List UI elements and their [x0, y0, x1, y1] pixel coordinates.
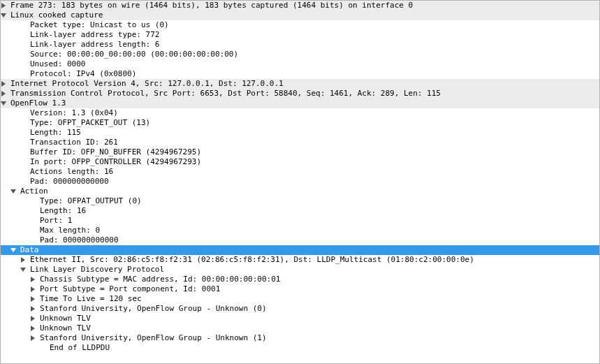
tree-row[interactable]: ...Time To Live = 120 sec [1, 294, 599, 304]
tree-row-label: OpenFlow 1.3 [10, 99, 599, 108]
tree-row-label: Ethernet II, Src: 02:86:c5:f8:f2:31 (02:… [30, 255, 599, 265]
tree-row-label: Length: 16 [40, 206, 599, 216]
tree-row[interactable]: Frame 273: 183 bytes on wire (1464 bits)… [1, 1, 599, 10]
svg-marker-3 [1, 91, 6, 96]
svg-marker-0 [1, 3, 6, 8]
tree-row-label: Link-layer address type: 772 [30, 30, 599, 40]
tree-row[interactable]: ...Link-layer address length: 6 [1, 40, 599, 50]
tree-row[interactable]: .Data [1, 245, 599, 255]
svg-marker-10 [31, 286, 35, 292]
tree-row[interactable]: ....Pad: 000000000000 [1, 235, 599, 245]
collapse-down-icon[interactable] [1, 13, 10, 18]
tree-row-label: Port: 1 [40, 216, 599, 226]
tree-row[interactable]: OpenFlow 1.3 [1, 99, 599, 108]
tree-row-label: Stanford University, OpenFlow Group - Un… [40, 304, 599, 314]
tree-row[interactable]: ...Pad: 000000000000 [1, 177, 599, 187]
expand-right-icon[interactable] [20, 257, 30, 263]
collapse-down-icon[interactable] [10, 247, 20, 253]
tree-row[interactable]: ....Length: 16 [1, 206, 599, 216]
svg-marker-8 [20, 268, 26, 272]
svg-marker-9 [31, 277, 35, 282]
collapse-down-icon[interactable] [20, 267, 30, 272]
tree-row[interactable]: ....Port: 1 [1, 216, 599, 226]
tree-row-label: Action [20, 187, 599, 196]
tree-row[interactable]: ...Unknown TLV [1, 314, 599, 323]
tree-row-label: Time To Live = 120 sec [40, 294, 599, 304]
collapse-down-icon[interactable] [10, 189, 20, 194]
tree-row-label: Type: OFPAT_OUTPUT (0) [40, 196, 599, 206]
svg-marker-14 [31, 326, 35, 331]
tree-row-label: Protocol: IPv4 (0x0800) [30, 69, 599, 79]
tree-row[interactable]: ...Version: 1.3 (0x04) [1, 108, 599, 118]
tree-row-label: In port: OFPP_CONTROLLER (4294967293) [30, 157, 599, 167]
tree-row[interactable]: ....Type: OFPAT_OUTPUT (0) [1, 196, 599, 206]
tree-row[interactable]: ..Ethernet II, Src: 02:86:c5:f8:f2:31 (0… [1, 255, 599, 265]
svg-marker-15 [31, 335, 35, 341]
tree-row-label: Max length: 0 [40, 226, 599, 235]
tree-row-label: Transmission Control Protocol, Src Port:… [10, 89, 599, 99]
tree-row[interactable]: ...Unknown TLV [1, 323, 599, 333]
tree-row[interactable]: ..Link Layer Discovery Protocol [1, 265, 599, 275]
tree-row-label: Transaction ID: 261 [30, 138, 599, 147]
tree-row-label: Internet Protocol Version 4, Src: 127.0.… [10, 79, 599, 89]
expand-right-icon[interactable] [1, 91, 10, 96]
svg-marker-2 [1, 81, 6, 87]
tree-row-label: Packet type: Unicast to us (0) [30, 20, 599, 30]
tree-row[interactable]: ...Stanford University, OpenFlow Group -… [1, 333, 599, 343]
svg-marker-13 [31, 316, 35, 321]
tree-row-label: End of LLDPDU [50, 343, 599, 353]
collapse-down-icon[interactable] [1, 101, 10, 106]
tree-row-label: Type: OFPT_PACKET_OUT (13) [30, 118, 599, 128]
expand-right-icon[interactable] [30, 277, 40, 282]
tree-row-label: Stanford University, OpenFlow Group - Un… [40, 333, 599, 343]
tree-row[interactable]: ...Actions length: 16 [1, 167, 599, 177]
tree-row-label: Actions length: 16 [30, 167, 599, 177]
expand-right-icon[interactable] [1, 81, 10, 87]
tree-row-label: Unknown TLV [40, 314, 599, 323]
tree-row-label: Pad: 000000000000 [40, 235, 599, 245]
tree-row[interactable]: .....End of LLDPDU [1, 343, 599, 353]
tree-row[interactable]: ...Packet type: Unicast to us (0) [1, 20, 599, 30]
packet-details-pane[interactable]: Frame 273: 183 bytes on wire (1464 bits)… [0, 0, 600, 364]
svg-marker-12 [31, 306, 35, 312]
tree-row[interactable]: ...Source: 00:00:00_00:00:00 (00:00:00:0… [1, 50, 599, 59]
expand-right-icon[interactable] [30, 316, 40, 321]
expand-right-icon[interactable] [1, 3, 10, 8]
tree-row[interactable]: ...Unused: 0000 [1, 59, 599, 69]
tree-row-label: Buffer ID: OFP_NO_BUFFER (4294967295) [30, 147, 599, 157]
expand-right-icon[interactable] [30, 296, 40, 302]
expand-right-icon[interactable] [30, 286, 40, 292]
tree-row-label: Link Layer Discovery Protocol [30, 265, 599, 275]
tree-row[interactable]: Transmission Control Protocol, Src Port:… [1, 89, 599, 99]
svg-marker-11 [31, 296, 35, 302]
tree-row[interactable]: ...Buffer ID: OFP_NO_BUFFER (4294967295) [1, 147, 599, 157]
expand-right-icon[interactable] [30, 326, 40, 331]
tree-row[interactable]: Internet Protocol Version 4, Src: 127.0.… [1, 79, 599, 89]
svg-marker-7 [21, 257, 25, 263]
tree-row[interactable]: ...Port Subtype = Port component, Id: 00… [1, 284, 599, 294]
tree-row[interactable]: ...Type: OFPT_PACKET_OUT (13) [1, 118, 599, 128]
svg-marker-5 [10, 189, 16, 194]
tree-row[interactable]: ...In port: OFPP_CONTROLLER (4294967293) [1, 157, 599, 167]
tree-row[interactable]: ....Max length: 0 [1, 226, 599, 235]
tree-row[interactable]: ...Transaction ID: 261 [1, 138, 599, 147]
tree-row-label: Source: 00:00:00_00:00:00 (00:00:00:00:0… [30, 50, 599, 59]
tree-row-label: Linux cooked capture [10, 10, 599, 20]
expand-right-icon[interactable] [30, 306, 40, 312]
tree-row-label: Unknown TLV [40, 323, 599, 333]
svg-marker-1 [1, 13, 6, 17]
tree-row[interactable]: Linux cooked capture [1, 10, 599, 20]
tree-row-label: Port Subtype = Port component, Id: 0001 [40, 284, 599, 294]
tree-row-label: Version: 1.3 (0x04) [30, 108, 599, 118]
tree-row-label: Pad: 000000000000 [30, 177, 599, 187]
tree-row[interactable]: ...Protocol: IPv4 (0x0800) [1, 69, 599, 79]
tree-row[interactable]: ...Chassis Subtype = MAC address, Id: 00… [1, 275, 599, 284]
tree-row[interactable]: ...Length: 115 [1, 128, 599, 138]
tree-row-label: Data [20, 245, 599, 255]
tree-row-label: Unused: 0000 [30, 59, 599, 69]
tree-row[interactable]: .Action [1, 187, 599, 196]
expand-right-icon[interactable] [30, 335, 40, 341]
tree-row[interactable]: ...Link-layer address type: 772 [1, 30, 599, 40]
svg-marker-4 [1, 101, 6, 105]
tree-row[interactable]: ...Stanford University, OpenFlow Group -… [1, 304, 599, 314]
